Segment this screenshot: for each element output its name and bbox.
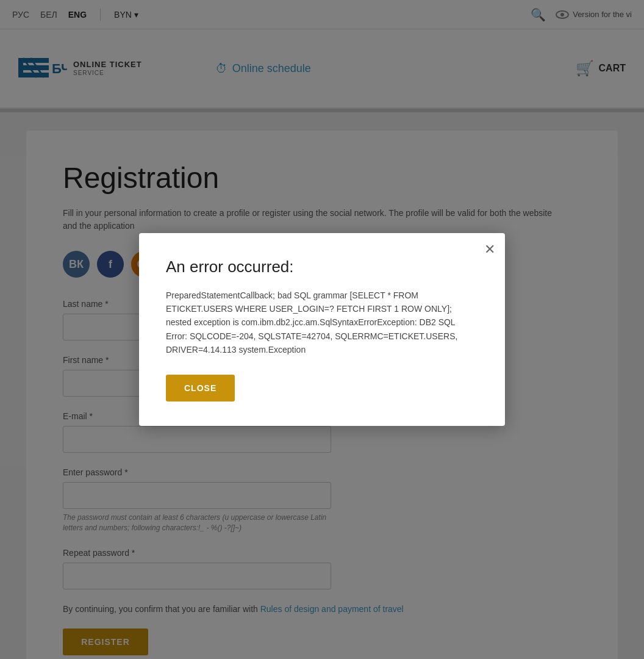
close-button[interactable]: CLOSE xyxy=(166,375,235,402)
error-modal: ✕ An error occurred: PreparedStatementCa… xyxy=(139,233,505,427)
modal-message: PreparedStatementCallback; bad SQL gramm… xyxy=(166,289,478,357)
modal-overlay: ✕ An error occurred: PreparedStatementCa… xyxy=(0,0,644,659)
modal-title: An error occurred: xyxy=(166,257,478,276)
modal-close-button[interactable]: ✕ xyxy=(484,243,495,256)
